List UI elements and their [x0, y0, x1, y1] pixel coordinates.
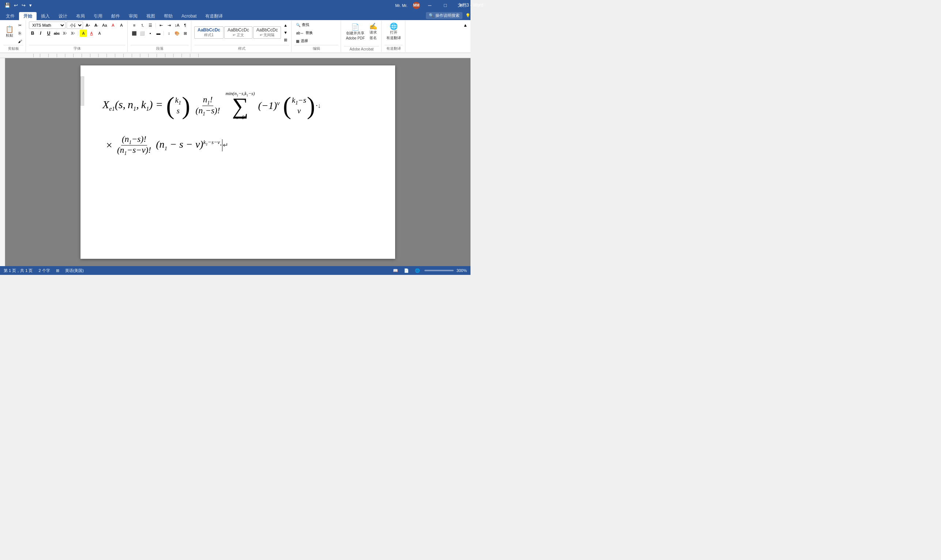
indent-button[interactable]: ⇥: [165, 22, 173, 29]
style-item-1[interactable]: AaBbCcDc 样式1: [194, 26, 224, 39]
format-painter-button[interactable]: 🖌: [16, 38, 23, 45]
clipboard-label: 剪贴板: [4, 45, 23, 52]
sign-label: 请求: [370, 30, 377, 35]
border-button[interactable]: ⊞: [182, 29, 189, 37]
tab-view[interactable]: 视图: [142, 12, 159, 20]
strikethrough-button[interactable]: abc: [53, 29, 60, 37]
status-bar: 第 1 页，共 1 页 2 个字 ⊞ 英语(美国) 📖 📄 🌐 300%: [0, 266, 470, 275]
style-1-label: 样式1: [197, 32, 220, 38]
outdent-button[interactable]: ⇤: [157, 22, 165, 29]
tab-references[interactable]: 引用: [89, 12, 107, 20]
multilevel-button[interactable]: ☰: [147, 22, 154, 29]
align-right-button[interactable]: ▪: [147, 29, 154, 37]
proofing-icon: ⊞: [56, 268, 59, 273]
clipboard-content: 📋 粘贴 ✂ ⎘ 🖌: [4, 22, 23, 45]
italic-button[interactable]: I: [37, 29, 44, 37]
font-case-button[interactable]: Aa: [101, 22, 108, 29]
redo-button[interactable]: ↪: [20, 2, 27, 9]
youdao-label: 打开: [390, 30, 397, 35]
username-label: Mr. Mr.: [395, 3, 407, 8]
line-end-dot-2: ·: [220, 142, 222, 149]
align-center-button[interactable]: ⬜: [139, 29, 146, 37]
increase-font-button[interactable]: A+: [84, 22, 91, 29]
tab-youdao[interactable]: 有道翻译: [201, 12, 227, 20]
font-name-select[interactable]: XITS Math: [29, 22, 65, 29]
page[interactable]: Xe1(s, n1, k1) = ( k1 s ): [80, 65, 395, 259]
web-view-button[interactable]: 🌐: [413, 268, 421, 274]
font-size-select[interactable]: 小四: [66, 22, 83, 29]
sign-button[interactable]: ✍ 请求 签名: [367, 22, 379, 42]
styles-gallery: AaBbCcDc 样式1 AaBbCcDc ↵ 正文 AaBbCcDc ↵ 无间…: [194, 22, 289, 43]
text-highlight-button[interactable]: A: [80, 29, 87, 37]
maximize-button[interactable]: □: [440, 0, 451, 11]
acrobat-group: 📄 创建并共享 Adobe PDF ✍ 请求 签名 Adobe Acrobat: [342, 21, 382, 52]
bullets-button[interactable]: ≡: [131, 22, 138, 29]
line-spacing-button[interactable]: ↕: [165, 29, 173, 37]
bold-button[interactable]: B: [29, 29, 36, 37]
save-button[interactable]: 💾: [3, 2, 12, 9]
tab-mailings[interactable]: 邮件: [107, 12, 124, 20]
copy-button[interactable]: ⎘: [16, 29, 23, 37]
search-icon: 🔍: [429, 13, 434, 18]
clear-format-button[interactable]: A: [110, 22, 117, 29]
align-left-button[interactable]: ⬛: [131, 29, 138, 37]
youdao-group: 🌐 打开 有道翻译 有道翻译: [382, 21, 406, 52]
print-view-button[interactable]: 📄: [403, 268, 410, 274]
create-pdf-label: 创建并共享: [346, 31, 364, 36]
neg-one-v: (−1)v: [258, 100, 279, 111]
replace-button[interactable]: ab↔ 替换: [295, 29, 338, 36]
tab-acrobat[interactable]: Acrobat: [177, 12, 201, 20]
text-color-button2[interactable]: A: [96, 29, 103, 37]
language[interactable]: 英语(美国): [65, 268, 84, 274]
paste-button[interactable]: 📋 粘贴: [4, 22, 15, 42]
tab-review[interactable]: 审阅: [124, 12, 142, 20]
select-button[interactable]: ▦ 选择: [295, 38, 338, 44]
open-youdao-button[interactable]: 🌐 打开 有道翻译: [384, 22, 403, 42]
formula-area[interactable]: Xe1(s, n1, k1) = ( k1 s ): [102, 91, 373, 156]
style-item-normal[interactable]: AaBbCcDc ↵ 正文: [224, 26, 253, 39]
show-marks-button[interactable]: ¶: [182, 22, 189, 29]
styles-content: AaBbCcDc 样式1 AaBbCcDc ↵ 正文 AaBbCcDc ↵ 无间…: [194, 22, 289, 45]
paragraph-group: ≡ ⒈ ☰ ⇤ ⇥ ↕A ¶ ⬛ ⬜ ▪ ▬ ↕ 🎨 ⊞: [128, 21, 191, 52]
numbering-button[interactable]: ⒈: [139, 22, 146, 29]
undo-button[interactable]: ↩: [12, 2, 19, 9]
styles-up-button[interactable]: ▲: [282, 22, 289, 29]
tab-layout[interactable]: 布局: [72, 12, 89, 20]
tab-design[interactable]: 设计: [54, 12, 72, 20]
style-item-nospace[interactable]: AaBbCcDc ↵ 无间隔: [253, 26, 281, 39]
page-indicator[interactable]: 第 1 页，共 1 页: [4, 268, 32, 274]
clipboard-group: 📋 粘贴 ✂ ⎘ 🖌 剪贴板: [2, 21, 26, 52]
qat-dropdown-button[interactable]: ▾: [28, 2, 33, 9]
minimize-button[interactable]: ─: [424, 0, 436, 11]
find-button[interactable]: 🔍 查找: [295, 22, 338, 28]
zoom-level: 300%: [457, 268, 467, 273]
editing-group: 🔍 查找 ab↔ 替换 ▦ 选择 编辑: [292, 21, 341, 52]
formula-line-2: × (n1−s)! (n1−s−v)! (n1 − s − v)k1−s−v ·: [106, 135, 373, 155]
collapse-ribbon-button[interactable]: ▲: [462, 22, 469, 29]
subscript-button[interactable]: X2: [61, 29, 68, 37]
font-color-button[interactable]: A: [88, 29, 95, 37]
light-icon: 💡: [465, 13, 470, 19]
styles-more-button[interactable]: ⊞: [282, 36, 289, 43]
word-count[interactable]: 2 个字: [39, 268, 50, 274]
cursor-down-indicator: ↓: [318, 102, 321, 109]
search-button[interactable]: 🔍 操作说明搜索: [426, 12, 463, 19]
decrease-font-button[interactable]: A-: [93, 22, 100, 29]
sort-button[interactable]: ↕A: [173, 22, 181, 29]
read-view-button[interactable]: 📖: [392, 268, 400, 274]
create-pdf-button[interactable]: 📄 创建并共享 Adobe PDF: [344, 22, 367, 42]
user-avatar[interactable]: MM: [413, 2, 420, 9]
tab-home[interactable]: 开始: [19, 12, 37, 20]
document-area[interactable]: Xe1(s, n1, k1) = ( k1 s ): [5, 58, 470, 266]
styles-down-button[interactable]: ▼: [282, 29, 289, 36]
shading-button[interactable]: 🎨: [173, 29, 181, 37]
tab-file[interactable]: 文件: [2, 12, 19, 20]
tab-insert[interactable]: 插入: [37, 12, 54, 20]
superscript-button[interactable]: X2: [69, 29, 76, 37]
underline-button[interactable]: U: [45, 29, 52, 37]
tab-help[interactable]: 帮助: [159, 12, 177, 20]
zoom-slider[interactable]: [424, 270, 454, 271]
justify-button[interactable]: ▬: [155, 29, 162, 37]
text-effect-button[interactable]: A: [118, 22, 125, 29]
cut-button[interactable]: ✂: [16, 22, 23, 29]
